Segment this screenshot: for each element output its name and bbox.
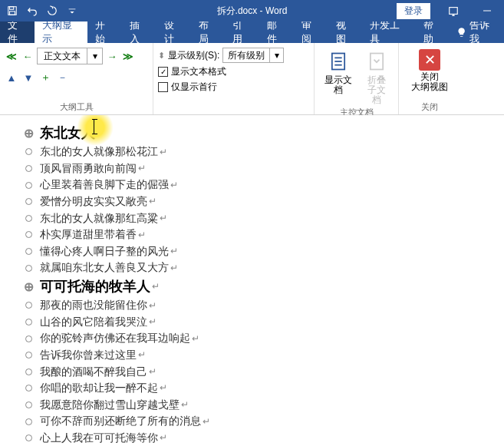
show-first-line-checkbox[interactable] — [158, 82, 168, 92]
outline-bullet[interactable] — [23, 433, 34, 444]
ribbon-options-icon[interactable] — [436, 0, 470, 21]
outline-bullet[interactable] — [23, 164, 34, 174]
move-up-button[interactable]: ▲ — [5, 71, 18, 84]
outline-bullet[interactable] — [23, 180, 34, 190]
text-cursor — [94, 120, 94, 134]
outline-bullet[interactable] — [23, 213, 34, 223]
show-text-formatting-checkbox[interactable]: ✓ — [158, 67, 168, 77]
document-icon — [326, 49, 351, 74]
outline-bullet[interactable] — [23, 197, 34, 207]
body-text: 东北的女人就像那松花江 — [40, 144, 158, 160]
show-level-label: 显示级别(S): — [168, 49, 219, 62]
chevron-down-icon[interactable]: ▾ — [269, 48, 283, 62]
body-text: 可你不辞而别还断绝了所有的消息 — [40, 414, 201, 429]
outline-bullet[interactable] — [23, 333, 34, 344]
heading: 东北女人 — [40, 124, 95, 143]
tab-references[interactable]: 引用 — [225, 21, 259, 43]
body-text: 顶风冒雨勇敢向前闯 — [40, 161, 137, 177]
outline-bullet-plus[interactable]: ⊕ — [23, 128, 34, 139]
show-level-select[interactable]: 所有级别 ▾ — [222, 48, 284, 63]
body-text: 那夜的雨也没能留住你 — [40, 298, 147, 313]
tell-me[interactable]: 告诉我 — [450, 21, 504, 43]
body-text: 你的驼铃声仿佛还在我耳边响起 — [40, 331, 190, 346]
heading: 可可托海的牧羊人 — [40, 277, 150, 296]
tab-view[interactable]: 视图 — [328, 21, 363, 43]
outline-bullet[interactable] — [23, 230, 34, 240]
body-text: 我愿意陪你翻过雪山穿越戈壁 — [40, 398, 180, 413]
outline-bullet[interactable] — [23, 300, 34, 311]
tab-file[interactable]: 文件 — [0, 21, 35, 43]
login-button[interactable]: 登录 — [397, 3, 430, 19]
tab-layout[interactable]: 布局 — [191, 21, 226, 43]
tab-insert[interactable]: 插入 — [122, 21, 156, 43]
body-text: 告诉我你曾来过这里 — [40, 348, 137, 363]
show-document-button[interactable]: 显示文档 — [319, 48, 357, 97]
outline-bullet-plus[interactable]: ⊕ — [23, 282, 34, 292]
group-close: 关闭 — [404, 101, 456, 114]
group-outline-tools: 大纲工具 — [5, 101, 148, 114]
outline-level-select[interactable]: 正文文本 ▾ — [37, 48, 103, 64]
close-icon: ✕ — [419, 49, 440, 71]
chevron-down-icon[interactable]: ▾ — [87, 48, 102, 64]
promote-button[interactable]: ← — [21, 49, 35, 63]
body-text: 懂得心疼人啊日子整的风光 — [40, 244, 169, 259]
close-outline-view-button[interactable]: ✕ 关闭大纲视图 — [407, 48, 453, 94]
collapse-button[interactable]: － — [55, 71, 69, 84]
collapse-subdocuments-button: 折叠子文档 — [360, 48, 394, 107]
tab-review[interactable]: 审阅 — [294, 21, 328, 43]
promote-to-heading1-button[interactable]: ≪ — [5, 49, 18, 63]
outline-bullet[interactable] — [23, 383, 34, 394]
outline-bullet[interactable] — [23, 366, 34, 377]
expand-button[interactable]: ＋ — [38, 71, 52, 84]
tab-help[interactable]: 帮助 — [416, 21, 450, 43]
tab-home[interactable]: 开始 — [87, 21, 122, 43]
tab-design[interactable]: 设计 — [156, 21, 191, 43]
outline-bullet[interactable] — [23, 147, 34, 157]
save-icon[interactable] — [3, 2, 21, 20]
redo-icon[interactable] — [43, 2, 61, 20]
body-text: 山谷的风它陪着我哭泣 — [40, 315, 147, 330]
body-text: 你唱的歌却让我一醉不起 — [40, 381, 158, 396]
body-text: 心里装着善良脚下走的倔强 — [40, 177, 169, 193]
outline-bullet[interactable] — [23, 350, 34, 361]
qat-customize-icon[interactable] — [63, 2, 81, 20]
svg-rect-1 — [10, 7, 14, 10]
undo-icon[interactable] — [23, 2, 41, 20]
minimize-button[interactable] — [470, 0, 504, 21]
outline-bullet[interactable] — [23, 416, 34, 427]
demote-button[interactable]: → — [105, 49, 119, 63]
tab-outline[interactable]: 大纲显示 — [35, 21, 88, 43]
body-text: 爱憎分明皮实实又敞亮 — [40, 194, 147, 210]
tab-mailings[interactable]: 邮件 — [259, 21, 294, 43]
tab-developer[interactable]: 开发工具 — [362, 21, 416, 43]
outline-bullet[interactable] — [23, 246, 34, 257]
outline-bullet[interactable] — [23, 399, 34, 410]
body-text: 心上人我在可可托海等你 — [40, 431, 158, 446]
body-text: 朴实厚道甜里带着香 — [40, 227, 137, 243]
collapse-icon — [364, 49, 389, 74]
body-text: 就属咱东北女人善良又大方 — [40, 260, 169, 276]
body-text: 东北的女人就像那红高粱 — [40, 211, 158, 226]
window-title: 拆分.docx - Word — [217, 5, 288, 18]
svg-rect-2 — [10, 12, 15, 15]
outline-bullet[interactable] — [23, 317, 34, 328]
lightbulb-icon — [456, 27, 466, 38]
demote-to-body-button[interactable]: ≫ — [121, 49, 135, 63]
document-body[interactable]: ⊕东北女人↵ 东北的女人就像那松花江↵ 顶风冒雨勇敢向前闯↵ 心里装着善良脚下走… — [0, 115, 504, 446]
body-text: 我酿的酒喝不醉我自己 — [40, 365, 147, 380]
move-down-button[interactable]: ▼ — [21, 71, 35, 84]
outline-bullet[interactable] — [23, 263, 34, 273]
svg-rect-3 — [450, 8, 458, 15]
